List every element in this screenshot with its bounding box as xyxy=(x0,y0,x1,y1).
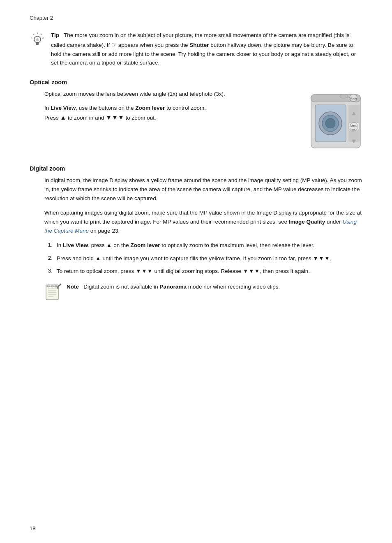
step-2: 2. Press and hold ▲ until the image you … xyxy=(44,254,362,263)
camera-image: Mode Menu OK xyxy=(309,86,362,152)
svg-text:OK: OK xyxy=(352,128,356,131)
page-number: 18 xyxy=(30,525,35,531)
svg-line-2 xyxy=(41,34,42,35)
svg-rect-8 xyxy=(36,44,39,45)
step-1-num: 1. xyxy=(44,240,53,250)
step-2-text: Press and hold ▲ until the image you wan… xyxy=(57,254,362,263)
svg-rect-6 xyxy=(36,42,39,44)
tip-text: The more you zoom in on the subject of y… xyxy=(51,32,356,66)
note-content: Note Digital zoom is not available in Pa… xyxy=(67,282,280,291)
digital-zoom-heading: Digital zoom xyxy=(30,165,362,172)
svg-line-4 xyxy=(42,38,44,38)
svg-line-3 xyxy=(31,38,32,38)
tip-icon xyxy=(30,32,45,47)
note-text: Digital zoom is not available in Panoram… xyxy=(81,284,280,290)
optical-zoom-section: Optical zoom Mode xyxy=(30,79,362,152)
steps-list: 1. In Live View, press ▲ on the Zoom lev… xyxy=(44,240,362,276)
optical-zoom-body: Mode Menu OK xyxy=(44,90,362,152)
note-box: Note Digital zoom is not available in Pa… xyxy=(44,282,362,300)
chapter-header: Chapter 2 xyxy=(30,15,362,21)
optical-zoom-content: Mode Menu OK xyxy=(44,90,362,152)
note-label: Note xyxy=(67,284,79,290)
svg-rect-7 xyxy=(36,44,39,44)
step-1: 1. In Live View, press ▲ on the Zoom lev… xyxy=(44,240,362,250)
step-2-num: 2. xyxy=(44,254,53,263)
digital-zoom-para1: In digital zoom, the Image Display shows… xyxy=(44,176,362,203)
step-3-text: To return to optical zoom, press ▼▼▼ unt… xyxy=(57,266,362,276)
step-3: 3. To return to optical zoom, press ▼▼▼ … xyxy=(44,266,362,276)
svg-text:Menu: Menu xyxy=(350,124,357,127)
optical-zoom-heading: Optical zoom xyxy=(30,79,362,85)
digital-zoom-para2: When capturing images using digital zoom… xyxy=(44,208,362,236)
svg-point-24 xyxy=(340,94,348,98)
step-1-text: In Live View, press ▲ on the Zoom lever … xyxy=(57,240,362,250)
note-icon xyxy=(44,282,61,300)
step-3-num: 3. xyxy=(44,266,53,275)
chapter-label: Chapter 2 xyxy=(30,15,53,21)
svg-text:Mode: Mode xyxy=(350,97,357,100)
digital-zoom-section: Digital zoom In digital zoom, the Image … xyxy=(30,165,362,300)
tip-box: Tip The more you zoom in on the subject … xyxy=(30,31,362,67)
tip-content: Tip The more you zoom in on the subject … xyxy=(51,31,362,67)
svg-point-27 xyxy=(325,118,335,128)
svg-line-1 xyxy=(33,34,34,35)
digital-zoom-body: In digital zoom, the Image Display shows… xyxy=(44,176,362,300)
tip-label: Tip xyxy=(51,32,59,38)
